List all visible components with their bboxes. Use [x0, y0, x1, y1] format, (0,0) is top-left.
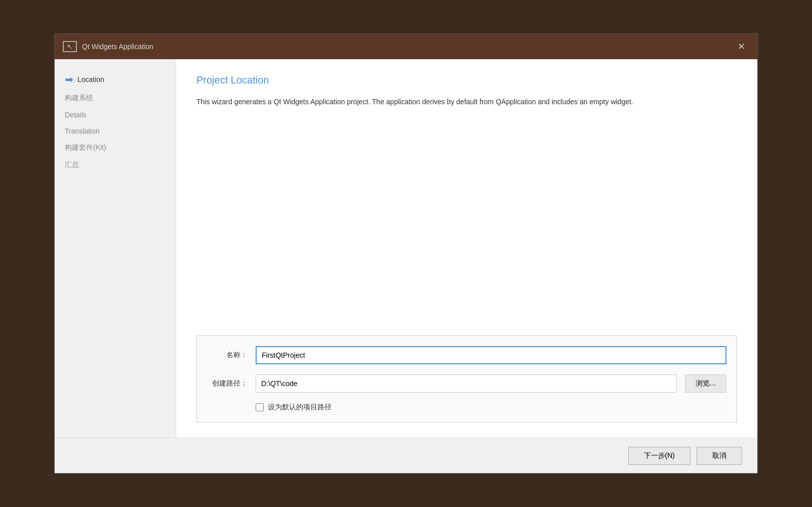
sidebar-label-location: Location [77, 75, 104, 83]
cancel-button[interactable]: 取消 [697, 447, 742, 465]
sidebar-item-build-kit[interactable]: 构建套件(Kit) [55, 139, 176, 156]
main-content: Project Location This wizard generates a… [176, 59, 757, 438]
app-icon: ↖ [63, 41, 77, 52]
description-text: This wizard generates a Qt Widgets Appli… [196, 96, 737, 107]
sidebar-label-details: Details [65, 111, 87, 119]
sidebar-label-summary: 汇总 [65, 160, 79, 170]
title-bar: ↖ Qt Widgets Application ✕ [55, 34, 757, 59]
name-label: 名称： [207, 351, 248, 360]
window-title: Qt Widgets Application [82, 43, 153, 51]
cursor-icon: ↖ [67, 43, 73, 51]
checkbox-row: 设为默认的项目路径 [207, 403, 726, 412]
arrow-right-icon: ➡ [65, 73, 73, 86]
path-row: 创建路径： 浏览... [207, 374, 726, 393]
checkbox-label: 设为默认的项目路径 [268, 403, 332, 412]
next-button[interactable]: 下一步(N) [628, 447, 691, 465]
name-input[interactable] [256, 346, 726, 364]
sidebar-item-build-system[interactable]: 构建系统 [55, 90, 176, 107]
close-button[interactable]: ✕ [734, 40, 749, 53]
path-label: 创建路径： [207, 379, 248, 388]
browse-button[interactable]: 浏览... [685, 374, 726, 393]
title-bar-left: ↖ Qt Widgets Application [63, 41, 153, 52]
main-dialog: ↖ Qt Widgets Application ✕ ➡ Location 构建… [54, 33, 758, 474]
sidebar-item-location[interactable]: ➡ Location [55, 69, 176, 90]
dialog-body: ➡ Location 构建系统 Details Translation 构建套件… [55, 59, 757, 438]
footer: 下一步(N) 取消 [55, 438, 757, 473]
page-title: Project Location [196, 74, 737, 86]
name-row: 名称： [207, 346, 726, 364]
default-path-checkbox[interactable] [256, 403, 264, 411]
sidebar: ➡ Location 构建系统 Details Translation 构建套件… [55, 59, 176, 438]
form-section: 名称： 创建路径： 浏览... 设为默认的项目路径 [196, 335, 737, 423]
sidebar-item-details[interactable]: Details [55, 107, 176, 123]
sidebar-item-translation[interactable]: Translation [55, 123, 176, 139]
sidebar-item-summary[interactable]: 汇总 [55, 156, 176, 174]
path-input[interactable] [256, 374, 677, 393]
sidebar-label-translation: Translation [65, 127, 100, 135]
sidebar-label-build-system: 构建系统 [65, 94, 93, 103]
sidebar-label-build-kit: 构建套件(Kit) [65, 143, 106, 152]
